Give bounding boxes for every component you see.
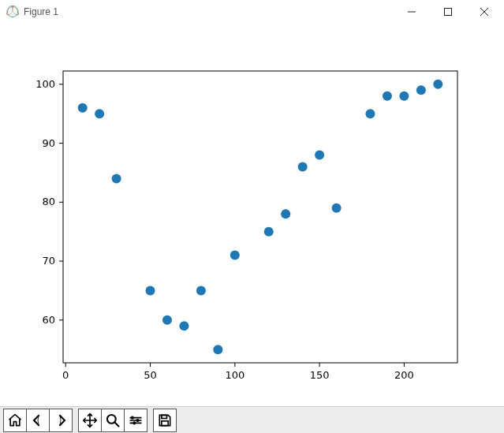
data-point [179,321,189,330]
matplotlib-toolbar [0,406,504,433]
save-icon [157,412,173,428]
svg-point-6 [136,418,139,421]
minimize-button[interactable] [394,0,430,24]
data-point [78,103,88,113]
data-point [95,109,104,118]
data-point [332,203,342,213]
window-title: Figure 1 [24,6,394,17]
data-point [162,315,172,325]
scatter-chart: 05010015020060708090100 [0,24,504,403]
data-point [230,251,240,260]
x-tick-label: 100 [225,369,245,381]
y-tick-label: 90 [42,137,55,149]
zoom-button[interactable] [101,409,125,432]
data-point [365,109,375,118]
back-icon [30,412,46,428]
y-tick-label: 70 [42,255,55,267]
maximize-icon [444,8,452,16]
maximize-button[interactable] [430,0,466,24]
data-point [433,80,442,89]
data-point [315,151,324,160]
data-point [196,286,206,295]
data-point [383,91,392,101]
svg-rect-8 [162,415,167,418]
data-point [112,174,121,183]
data-point [146,286,155,295]
svg-point-0 [8,7,18,17]
save-button[interactable] [153,409,177,432]
y-tick-label: 80 [42,196,55,207]
close-button[interactable] [466,0,502,24]
data-point [399,91,409,101]
data-point [264,227,274,237]
forward-button[interactable] [49,409,73,432]
pan-icon [82,412,98,428]
data-point [281,209,290,218]
x-tick-label: 0 [62,369,69,381]
y-tick-label: 60 [42,314,55,326]
pan-button[interactable] [78,409,102,432]
forward-icon [53,412,69,428]
data-point [416,85,426,95]
axes-frame [63,71,457,363]
data-point [213,345,222,354]
zoom-icon [105,412,121,428]
app-icon [6,6,19,18]
minimize-icon [408,8,416,16]
svg-rect-9 [162,420,168,425]
toolbar-separator [72,420,78,420]
x-tick-label: 50 [144,369,157,381]
x-tick-label: 200 [394,369,414,381]
svg-point-7 [133,421,136,424]
figure-window: Figure 1 05010015020060708090100 [0,0,504,433]
plot-area[interactable]: 05010015020060708090100 [0,24,504,406]
x-tick-label: 150 [310,369,330,381]
data-point [298,162,308,171]
y-tick-label: 100 [35,78,55,90]
subplots-icon [128,412,144,428]
toolbar-separator [147,420,153,420]
home-icon [7,412,23,428]
svg-point-5 [131,416,134,419]
close-icon [480,8,488,16]
svg-rect-3 [445,9,452,16]
window-controls [394,0,502,24]
titlebar: Figure 1 [0,0,504,24]
back-button[interactable] [26,409,50,432]
subplots-button[interactable] [124,409,147,432]
home-button[interactable] [3,409,27,432]
